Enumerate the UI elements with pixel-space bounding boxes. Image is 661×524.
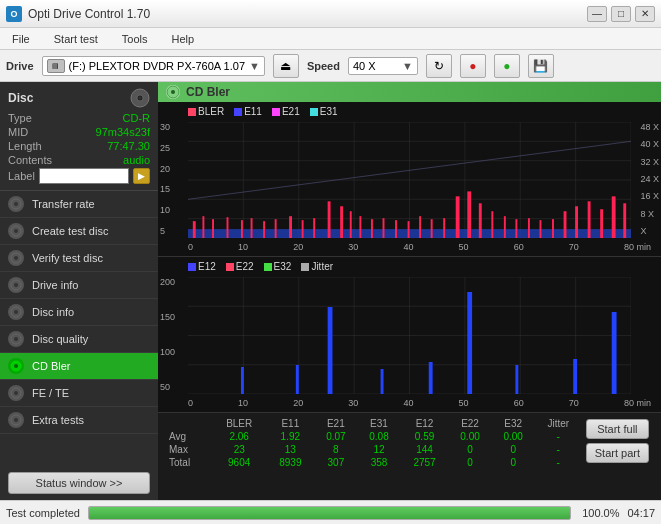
start-full-button[interactable]: Start full xyxy=(586,419,649,439)
x-label: 30 xyxy=(348,242,358,252)
svg-point-18 xyxy=(14,391,18,395)
status-window-button[interactable]: Status window >> xyxy=(8,472,150,494)
x-label: 40 xyxy=(403,242,413,252)
main-content: Disc Type CD-R MID 97m34s23f Length 77:4… xyxy=(0,82,661,500)
disc-contents-value: audio xyxy=(123,154,150,166)
x-label: 40 xyxy=(403,398,413,408)
svg-rect-65 xyxy=(504,216,506,238)
stats-cell: 9604 xyxy=(212,456,266,469)
bottom-chart: E12 E22 E32 Jitter 20015010050 xyxy=(158,257,661,412)
disc-label-browse-button[interactable]: ▶ xyxy=(133,168,150,184)
y-label-right: 16 X xyxy=(640,191,659,201)
menu-tools[interactable]: Tools xyxy=(114,31,156,47)
x-label: 10 xyxy=(238,398,248,408)
svg-rect-70 xyxy=(564,211,567,238)
svg-rect-91 xyxy=(612,312,617,394)
speed-value: 40 X xyxy=(353,60,376,72)
stats-cell: 12 xyxy=(357,443,400,456)
svg-point-10 xyxy=(14,283,18,287)
x-label: 60 xyxy=(514,398,524,408)
speed-select[interactable]: 40 X ▼ xyxy=(348,57,418,75)
nav-label-verify-test-disc: Verify test disc xyxy=(32,252,103,264)
stats-cell: 0.00 xyxy=(448,430,491,443)
nav-label-disc-quality: Disc quality xyxy=(32,333,88,345)
minimize-button[interactable]: — xyxy=(587,6,607,22)
x-label: 50 xyxy=(459,242,469,252)
svg-rect-43 xyxy=(241,220,243,238)
sidebar-item-cd-bler[interactable]: CD Bler xyxy=(0,353,158,380)
refresh-button[interactable]: ↻ xyxy=(426,54,452,78)
svg-rect-58 xyxy=(419,216,421,238)
disc-section-label: Disc xyxy=(8,91,33,105)
menu-file[interactable]: File xyxy=(4,31,38,47)
disc-icon xyxy=(130,88,150,108)
stats-cell: 2.06 xyxy=(212,430,266,443)
sidebar-item-extra-tests[interactable]: Extra tests xyxy=(0,407,158,434)
y-label: 10 xyxy=(160,205,170,215)
chart-title: CD Bler xyxy=(186,85,230,99)
green-button[interactable]: ● xyxy=(494,54,520,78)
sidebar-item-fe-te[interactable]: FE / TE xyxy=(0,380,158,407)
svg-rect-42 xyxy=(227,217,229,238)
red-button[interactable]: ● xyxy=(460,54,486,78)
svg-point-6 xyxy=(14,229,18,233)
sidebar-item-create-test-disc[interactable]: Create test disc xyxy=(0,218,158,245)
legend-item-e22: E22 xyxy=(226,261,254,272)
stats-row-label: Total xyxy=(166,456,212,469)
svg-rect-61 xyxy=(456,196,460,238)
disc-label-input[interactable] xyxy=(39,168,129,184)
stats-cell: 0 xyxy=(448,456,491,469)
x-label: 80 min xyxy=(624,242,651,252)
disc-mid-value: 97m34s23f xyxy=(96,126,150,138)
drive-select[interactable]: ▤ (F:) PLEXTOR DVDR PX-760A 1.07 ▼ xyxy=(42,56,265,76)
stats-cell: 0.00 xyxy=(492,430,535,443)
legend-dot xyxy=(264,263,272,271)
eject-button[interactable]: ⏏ xyxy=(273,54,299,78)
top-chart-legend: BLER E11 E21 E31 xyxy=(188,106,338,117)
svg-rect-49 xyxy=(313,218,315,238)
speed-label: Speed xyxy=(307,60,340,72)
stats-cell: 1.92 xyxy=(266,430,314,443)
stats-cell: 23 xyxy=(212,443,266,456)
nav-label-create-test-disc: Create test disc xyxy=(32,225,108,237)
stats-header: E32 xyxy=(492,417,535,430)
legend-dot xyxy=(226,263,234,271)
svg-rect-41 xyxy=(212,219,214,238)
close-button[interactable]: ✕ xyxy=(635,6,655,22)
bottom-chart-canvas xyxy=(188,277,631,394)
save-button[interactable]: 💾 xyxy=(528,54,554,78)
sidebar-item-disc-info[interactable]: Disc info xyxy=(0,299,158,326)
disc-mid-label: MID xyxy=(8,126,28,138)
top-chart-canvas xyxy=(188,122,631,238)
sidebar-item-transfer-rate[interactable]: Transfer rate xyxy=(0,191,158,218)
menu-start-test[interactable]: Start test xyxy=(46,31,106,47)
sidebar-item-disc-quality[interactable]: Disc quality xyxy=(0,326,158,353)
app-title: Opti Drive Control 1.70 xyxy=(28,7,150,21)
maximize-button[interactable]: □ xyxy=(611,6,631,22)
sidebar-item-verify-test-disc[interactable]: Verify test disc xyxy=(0,245,158,272)
stats-cell: 144 xyxy=(401,443,449,456)
y-label-right: 48 X xyxy=(640,122,659,132)
stats-cell: 8 xyxy=(314,443,357,456)
nav-label-cd-bler: CD Bler xyxy=(32,360,71,372)
legend-item-jitter: Jitter xyxy=(301,261,333,272)
disc-info-panel: Disc Type CD-R MID 97m34s23f Length 77:4… xyxy=(0,82,158,191)
menu-help[interactable]: Help xyxy=(163,31,202,47)
nav-icon-fe-te xyxy=(8,385,24,401)
x-label: 0 xyxy=(188,398,193,408)
nav-label-disc-info: Disc info xyxy=(32,306,74,318)
title-bar: O Opti Drive Control 1.70 — □ ✕ xyxy=(0,0,661,28)
x-label: 60 xyxy=(514,242,524,252)
chart-title-bar: CD Bler xyxy=(158,82,661,102)
start-part-button[interactable]: Start part xyxy=(586,443,649,463)
legend-dot xyxy=(188,263,196,271)
bottom-chart-y-labels: 20015010050 xyxy=(160,277,175,392)
sidebar-item-drive-info[interactable]: Drive info xyxy=(0,272,158,299)
svg-point-4 xyxy=(14,202,18,206)
nav-items: Transfer rate Create test disc Verify te… xyxy=(0,191,158,434)
y-label: 200 xyxy=(160,277,175,287)
status-text: Test completed xyxy=(6,507,80,519)
svg-point-22 xyxy=(171,90,175,94)
stats-header xyxy=(166,417,212,430)
svg-point-12 xyxy=(14,310,18,314)
